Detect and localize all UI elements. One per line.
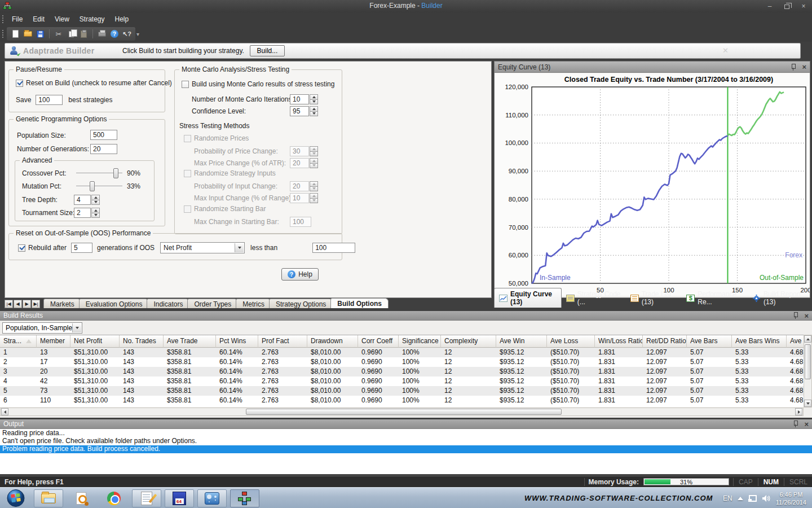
column-header-ave-win[interactable]: Ave Win: [496, 335, 547, 348]
tab-order-types[interactable]: Order Types: [187, 299, 238, 308]
start-button[interactable]: [5, 489, 27, 507]
close-pane-icon[interactable]: ×: [804, 312, 809, 320]
tray-expand-icon[interactable]: [738, 497, 743, 500]
scroll-up-icon[interactable]: [804, 335, 811, 343]
confidence-level-spinner[interactable]: [310, 106, 318, 116]
results-horizontal-scrollbar[interactable]: [0, 408, 804, 416]
max-input-input[interactable]: 10: [290, 193, 309, 203]
language-indicator[interactable]: EN: [723, 494, 732, 502]
max-price-input[interactable]: 20: [290, 158, 309, 168]
tab-nav-first[interactable]: |◀: [5, 300, 13, 308]
table-row[interactable]: 217$51,310.00143$358.8160.14%2.763$8,010…: [0, 357, 804, 367]
print-icon[interactable]: [97, 29, 107, 39]
rebuild-generations-input[interactable]: 5: [71, 243, 92, 253]
taskbar-chrome-button[interactable]: [99, 489, 129, 507]
help-button[interactable]: ? Help: [281, 268, 319, 281]
prob-price-input[interactable]: 30: [290, 146, 309, 156]
column-header-ave-bars-wins[interactable]: Ave Bars Wins: [732, 335, 787, 348]
output-line[interactable]: Can't open price file. Check available f…: [0, 437, 812, 445]
tab-nav-last[interactable]: ▶|: [32, 300, 40, 308]
results-vertical-scrollbar[interactable]: [804, 335, 812, 408]
tournament-size-input[interactable]: 2: [74, 208, 91, 218]
table-row[interactable]: 442$51,310.00143$358.8160.14%2.763$8,010…: [0, 376, 804, 386]
tree-depth-spinner[interactable]: [91, 195, 100, 205]
taskbar-notepad-button[interactable]: [132, 489, 161, 507]
build-button[interactable]: Build...: [250, 45, 285, 56]
dropdown-arrow-icon[interactable]: [235, 243, 244, 252]
close-pane-icon[interactable]: ×: [804, 420, 809, 428]
tab-build-options[interactable]: Build Options: [330, 298, 389, 308]
scroll-down-icon[interactable]: [804, 400, 811, 407]
tab-gear-view[interactable]: Build Report (13): [748, 288, 810, 308]
dropdown-arrow-icon[interactable]: [72, 323, 81, 332]
oos-metric-dropdown[interactable]: Net Profit: [160, 242, 245, 253]
column-header-ret-dd-ratio[interactable]: Ret/DD Ratio: [643, 335, 687, 348]
banner-close-icon[interactable]: ✕: [722, 46, 729, 55]
tab-strategy-options[interactable]: Strategy Options: [269, 299, 333, 308]
close-button[interactable]: ×: [800, 2, 807, 10]
mc-iterations-spinner[interactable]: [310, 94, 318, 104]
results-filter-dropdown[interactable]: Population, In-Sample: [2, 322, 82, 334]
scroll-right-icon[interactable]: [795, 408, 802, 415]
context-help-icon[interactable]: ↖?: [122, 29, 132, 39]
table-row[interactable]: 6110$51,310.00143$358.8160.14%2.763$8,01…: [0, 396, 804, 405]
taskbar-explorer-button[interactable]: [34, 489, 63, 507]
table-row[interactable]: 113$51,310.00143$358.8160.14%2.763$8,010…: [0, 348, 804, 357]
max-price-spinner[interactable]: [310, 158, 318, 168]
new-file-icon[interactable]: [10, 29, 20, 39]
toolbar-overflow-chevron[interactable]: ▾: [136, 31, 139, 37]
menu-edit[interactable]: Edit: [28, 14, 50, 25]
tab-evaluation-options[interactable]: Evaluation Options: [79, 299, 149, 308]
tab-nav-prev[interactable]: ◀: [14, 300, 22, 308]
tab-markets[interactable]: Markets: [43, 299, 81, 308]
column-header-drawdown[interactable]: Drawdown: [307, 335, 358, 348]
randomize-inputs-checkbox[interactable]: [184, 170, 191, 177]
menu-strategy[interactable]: Strategy: [74, 14, 110, 25]
randomize-bar-checkbox[interactable]: [184, 205, 191, 213]
column-header-member[interactable]: Member: [37, 335, 70, 348]
tree-depth-input[interactable]: 4: [74, 195, 91, 205]
clock[interactable]: 6:46 PM11/26/2014: [776, 491, 810, 506]
column-header-ave-bars[interactable]: Ave Bars: [687, 335, 732, 348]
crossover-slider[interactable]: [76, 168, 122, 178]
minimize-button[interactable]: –: [766, 2, 774, 10]
pin-icon[interactable]: [791, 64, 796, 71]
scroll-thumb[interactable]: [246, 409, 562, 415]
column-header-no-trades[interactable]: No. Trades: [120, 335, 164, 348]
table-row[interactable]: 320$51,310.00143$358.8160.14%2.763$8,010…: [0, 367, 804, 376]
menu-help[interactable]: Help: [110, 14, 134, 25]
table-row[interactable]: 573$51,310.00143$358.8160.14%2.763$8,010…: [0, 386, 804, 396]
output-line[interactable]: Problem reading price data. Build proces…: [0, 445, 812, 453]
restore-button[interactable]: [783, 2, 791, 10]
tab-list-view[interactable]: Trade List (13): [626, 288, 682, 308]
column-header-prof-fact[interactable]: Prof Fact: [258, 335, 307, 348]
tab-metrics[interactable]: Metrics: [236, 299, 271, 308]
build-monte-carlo-checkbox[interactable]: [182, 81, 189, 88]
tab-indicators[interactable]: Indicators: [147, 299, 189, 308]
save-strategies-input[interactable]: 100: [36, 95, 63, 105]
volume-icon[interactable]: [762, 494, 771, 502]
prob-price-spinner[interactable]: [310, 146, 318, 156]
prob-input-spinner[interactable]: [310, 181, 318, 191]
about-help-icon[interactable]: ?: [109, 29, 120, 39]
column-header-win-loss-ratio[interactable]: Win/Loss Ratio: [595, 335, 643, 348]
scroll-left-icon[interactable]: [1, 408, 8, 415]
network-icon[interactable]: [748, 495, 757, 502]
column-header-ave-loss[interactable]: Ave Loss: [547, 335, 595, 348]
tab-chart-view[interactable]: Equity Curve (13): [494, 288, 562, 308]
copy-icon[interactable]: [66, 29, 76, 39]
pin-icon[interactable]: [793, 312, 798, 319]
output-line[interactable]: Reading price data...: [0, 430, 812, 437]
max-bar-input[interactable]: 100: [290, 217, 311, 227]
taskbar-search-button[interactable]: [67, 489, 96, 507]
column-header-complexity[interactable]: Complexity: [441, 335, 496, 348]
pin-icon[interactable]: [793, 421, 798, 427]
mutation-slider[interactable]: [76, 181, 122, 191]
column-header-pct-wins[interactable]: Pct Wins: [216, 335, 258, 348]
oos-threshold-input[interactable]: 100: [312, 243, 355, 253]
taskbar-control-panel-button[interactable]: [197, 489, 227, 507]
reset-on-build-checkbox[interactable]: [16, 80, 23, 87]
column-header-ave[interactable]: Ave: [787, 335, 804, 348]
scroll-thumb[interactable]: [805, 344, 811, 379]
paste-icon[interactable]: [78, 29, 89, 39]
